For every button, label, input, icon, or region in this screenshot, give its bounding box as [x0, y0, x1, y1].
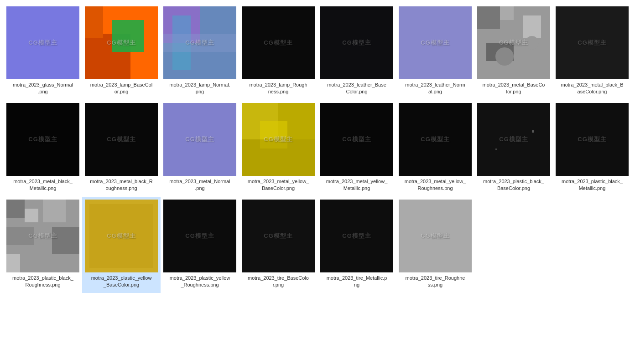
svg-rect-37 — [25, 209, 38, 222]
gallery-item-metal_yellow_metallic[interactable]: CG模型主 motra_2023_metal_yellow_Metallic.p… — [318, 100, 396, 197]
thumb-image-lamp_roughness: CG模型主 — [242, 6, 315, 79]
svg-rect-5 — [85, 6, 103, 38]
svg-rect-10 — [242, 6, 315, 79]
thumb-image-plastic_black_roughness: CG模型主 — [6, 200, 79, 272]
thumb-label-tire_metallic: motra_2023_tire_Metallic.png — [327, 275, 387, 289]
gallery-item-metal_yellow_roughness[interactable]: CG模型主 motra_2023_metal_yellow_Roughness.… — [396, 100, 474, 197]
thumb-image-lamp_normal: CG模型主 — [163, 6, 236, 79]
svg-rect-33 — [495, 149, 497, 150]
thumb-label-plastic_black_basecolor: motra_2023_plastic_black_BaseColor.png — [483, 178, 544, 192]
svg-rect-4 — [112, 20, 144, 52]
gallery-item-metal_black_basecolor[interactable]: CG模型主 motra_2023_metal_black_BaseColor.p… — [553, 4, 631, 100]
thumb-label-leather_normal: motra_2023_leather_Normal.png — [405, 82, 465, 96]
svg-rect-32 — [532, 130, 534, 133]
thumb-label-lamp_normal: motra_2023_lamp_Normal.png — [169, 82, 230, 96]
gallery-item-plastic_black_roughness[interactable]: CG模型主 motra_2023_plastic_black_Roughness… — [4, 197, 82, 293]
thumb-image-metal_black_roughness2: CG模型主 — [85, 103, 158, 176]
thumb-image-glass_normal: CG模型主 — [6, 6, 79, 79]
gallery-item-metal_black_metallic[interactable]: CG模型主 motra_2023_metal_black_Metallic.pn… — [4, 100, 82, 197]
thumb-image-leather_basecolor: CG模型主 — [320, 6, 393, 79]
thumb-label-plastic_yellow_basecolor: motra_2023_plastic_yellow_BaseColor.png — [91, 275, 152, 289]
svg-rect-38 — [6, 227, 34, 245]
svg-rect-21 — [556, 6, 629, 79]
thumb-label-plastic_yellow_roughness: motra_2023_plastic_yellow_Roughness.png — [170, 275, 230, 289]
thumb-label-tire_roughness: motra_2023_tire_Roughness.png — [406, 275, 465, 289]
thumb-image-metal_basecolor: CG模型主 — [477, 6, 550, 79]
svg-rect-22 — [6, 103, 79, 176]
thumb-image-metal_yellow_roughness: CG模型主 — [399, 103, 472, 176]
svg-rect-9 — [163, 34, 236, 52]
gallery-item-metal_normal[interactable]: CG模型主 motra_2023_metal_Normal.png — [161, 100, 239, 197]
svg-rect-30 — [399, 103, 472, 176]
thumb-image-tire_roughness: CG模型主 — [399, 200, 472, 272]
svg-point-19 — [495, 47, 514, 66]
gallery-item-tire_basecolor[interactable]: CG模型主 motra_2023_tire_BaseColor.png — [239, 197, 318, 293]
gallery-item-plastic_yellow_basecolor[interactable]: CG模型主 motra_2023_plastic_yellow_BaseColo… — [82, 197, 161, 293]
thumb-label-lamp_basecolor: motra_2023_lamp_BaseColor.png — [90, 82, 152, 96]
thumb-image-leather_normal: CG模型主 — [399, 6, 472, 79]
gallery-item-plastic_black_metallic[interactable]: CG模型主 motra_2023_plastic_black_Metallic.… — [553, 100, 631, 197]
thumb-label-glass_normal: motra_2023_glass_Normal.png — [13, 82, 73, 96]
gallery-item-lamp_roughness[interactable]: CG模型主 motra_2023_lamp_Roughness.png — [239, 4, 318, 100]
thumb-image-tire_metallic: CG模型主 — [320, 200, 393, 272]
thumb-image-metal_black_metallic: CG模型主 — [6, 103, 79, 176]
thumb-label-metal_yellow_basecolor: motra_2023_metal_yellow_BaseColor.png — [248, 178, 309, 192]
thumb-image-metal_yellow_metallic: CG模型主 — [320, 103, 393, 176]
thumb-label-leather_basecolor: motra_2023_leather_BaseColor.png — [327, 82, 386, 96]
gallery-item-metal_yellow_basecolor[interactable]: CG模型主 motra_2023_metal_yellow_BaseColor.… — [239, 100, 318, 197]
thumb-image-plastic_yellow_roughness: CG模型主 — [163, 200, 236, 272]
gallery-item-lamp_normal[interactable]: CG模型主 motra_2023_lamp_Normal.png — [161, 4, 239, 100]
thumb-image-lamp_basecolor: CG模型主 — [85, 6, 158, 79]
thumb-image-metal_black_basecolor: CG模型主 — [556, 6, 629, 79]
svg-rect-18 — [523, 15, 541, 38]
gallery-item-plastic_yellow_roughness[interactable]: CG模型主 motra_2023_plastic_yellow_Roughnes… — [161, 197, 239, 293]
gallery-item-metal_basecolor[interactable]: CG模型主 motra_2023_metal_BaseColor.png — [474, 4, 553, 100]
gallery-item-leather_basecolor[interactable]: CG模型主 motra_2023_leather_BaseColor.png — [318, 4, 396, 100]
svg-rect-34 — [556, 103, 629, 176]
svg-rect-40 — [52, 227, 79, 254]
thumb-image-plastic_black_basecolor: CG模型主 — [477, 103, 550, 176]
gallery-item-tire_roughness[interactable]: CG模型主 motra_2023_tire_Roughness.png — [396, 197, 474, 293]
thumb-label-metal_black_basecolor: motra_2023_metal_black_BaseColor.png — [561, 82, 624, 96]
gallery-item-glass_normal[interactable]: CG模型主 motra_2023_glass_Normal.png — [4, 4, 82, 100]
gallery-item-lamp_basecolor[interactable]: CG模型主 motra_2023_lamp_BaseColor.png — [82, 4, 161, 100]
thumb-image-tire_basecolor: CG模型主 — [242, 200, 315, 272]
file-gallery: CG模型主 motra_2023_glass_Normal.png CG模型主 … — [0, 0, 635, 297]
thumb-label-metal_yellow_metallic: motra_2023_metal_yellow_Metallic.png — [326, 178, 388, 192]
thumb-image-metal_normal: CG模型主 — [163, 103, 236, 176]
thumb-label-metal_yellow_roughness: motra_2023_metal_yellow_Roughness.png — [405, 178, 466, 192]
svg-rect-24 — [163, 103, 236, 176]
thumb-image-plastic_yellow_basecolor: CG模型主 — [85, 200, 158, 272]
svg-rect-1 — [6, 6, 79, 79]
thumb-label-metal_black_metallic: motra_2023_metal_black_Metallic.png — [13, 178, 73, 192]
svg-rect-45 — [163, 200, 236, 272]
svg-rect-44 — [89, 204, 153, 268]
svg-rect-16 — [500, 6, 514, 20]
gallery-item-plastic_black_basecolor[interactable]: CG模型主 motra_2023_plastic_black_BaseColor… — [474, 100, 553, 197]
thumb-label-metal_basecolor: motra_2023_metal_BaseColor.png — [483, 82, 545, 96]
svg-rect-29 — [320, 103, 393, 176]
thumb-label-metal_normal: motra_2023_metal_Normal.png — [169, 178, 230, 192]
thumb-image-plastic_black_metallic: CG模型主 — [556, 103, 629, 176]
svg-rect-15 — [477, 6, 500, 29]
svg-rect-31 — [477, 103, 550, 176]
svg-rect-13 — [399, 6, 472, 79]
thumb-label-plastic_black_metallic: motra_2023_plastic_black_Metallic.png — [562, 178, 623, 192]
gallery-item-tire_metallic[interactable]: CG模型主 motra_2023_tire_Metallic.png — [318, 197, 396, 293]
thumb-label-lamp_roughness: motra_2023_lamp_Roughness.png — [249, 82, 307, 96]
thumb-label-metal_black_roughness2: motra_2023_metal_black_Roughness.png — [90, 178, 153, 192]
svg-rect-42 — [6, 254, 20, 272]
svg-point-20 — [525, 36, 539, 50]
svg-rect-47 — [320, 200, 393, 272]
gallery-item-metal_black_roughness2[interactable]: CG模型主 motra_2023_metal_black_Roughness.p… — [82, 100, 161, 197]
svg-rect-23 — [85, 103, 158, 176]
thumb-label-plastic_black_roughness: motra_2023_plastic_black_Roughness.png — [12, 275, 73, 289]
thumb-label-tire_basecolor: motra_2023_tire_BaseColor.png — [248, 275, 309, 289]
svg-rect-36 — [6, 200, 25, 218]
thumb-image-metal_yellow_basecolor: CG模型主 — [242, 103, 315, 176]
svg-rect-39 — [43, 200, 66, 222]
svg-rect-46 — [242, 200, 315, 272]
svg-rect-28 — [242, 139, 315, 176]
gallery-item-leather_normal[interactable]: CG模型主 motra_2023_leather_Normal.png — [396, 4, 474, 100]
svg-rect-48 — [399, 200, 472, 272]
